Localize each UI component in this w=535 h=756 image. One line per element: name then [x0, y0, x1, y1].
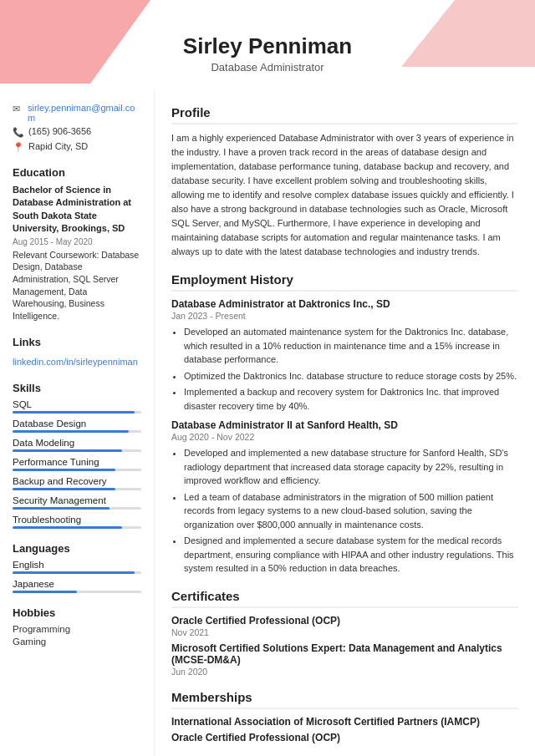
- skill-name: Backup and Recovery: [13, 476, 141, 486]
- phone-value: (165) 906-3656: [28, 126, 91, 136]
- skill-bar-fill: [13, 488, 115, 490]
- links-section: Links linkedin.com/in/sirleypenniman: [13, 336, 141, 368]
- skill-bar-fill: [13, 469, 115, 471]
- education-degree: Bachelor of Science in Database Administ…: [13, 184, 141, 236]
- skill-bar-fill: [13, 507, 110, 510]
- language-bar-fill: [13, 591, 77, 593]
- skill-item: SQL: [13, 399, 141, 414]
- skill-bar-bg: [13, 488, 141, 490]
- contact-email: ✉ sirley.penniman@gmail.com: [13, 103, 141, 123]
- skill-name: Troubleshooting: [13, 515, 141, 525]
- job-bullet: Designed and implemented a secure databa…: [184, 534, 518, 576]
- skill-bar-bg: [13, 430, 141, 433]
- skill-item: Backup and Recovery: [13, 476, 141, 490]
- candidate-name: Sirley Penniman: [17, 33, 518, 59]
- hobbies-list: ProgrammingGaming: [13, 624, 141, 647]
- phone-icon: 📞: [13, 127, 24, 138]
- languages-section: Languages English Japanese: [13, 542, 141, 593]
- skill-bar-fill: [13, 430, 129, 433]
- profile-section: Profile I am a highly experienced Databa…: [171, 105, 518, 259]
- skill-bar-bg: [13, 507, 141, 510]
- links-title: Links: [13, 336, 141, 348]
- cert-name: Oracle Certified Professional (OCP): [171, 615, 518, 627]
- skill-name: Security Management: [13, 495, 141, 505]
- coursework-text: Database Design, Database Administration…: [13, 250, 139, 321]
- language-bar-fill: [13, 571, 135, 574]
- linkedin-link[interactable]: linkedin.com/in/sirleypenniman: [13, 357, 138, 367]
- contact-phone: 📞 (165) 906-3656: [13, 126, 141, 138]
- skill-item: Database Design: [13, 419, 141, 433]
- languages-title: Languages: [13, 542, 141, 555]
- job-entry: Database Administrator II at Sanford Hea…: [171, 419, 518, 576]
- location-icon: 📍: [13, 142, 24, 153]
- header: Sirley Penniman Database Administrator: [0, 0, 535, 90]
- memberships-title: Memberships: [171, 690, 518, 709]
- cert-date: Nov 2021: [171, 627, 518, 637]
- job-bullets: Developed and implemented a new database…: [171, 446, 518, 576]
- job-bullet: Optimized the Daktronics Inc. database s…: [184, 369, 518, 383]
- email-link[interactable]: sirley.penniman@gmail.com: [28, 103, 141, 123]
- skills-section: Skills SQL Database Design Data Modeling…: [13, 382, 141, 529]
- certificates-section: Certificates Oracle Certified Profession…: [171, 589, 518, 677]
- education-section: Education Bachelor of Science in Databas…: [13, 166, 141, 322]
- resume-container: Sirley Penniman Database Administrator ✉…: [0, 0, 535, 756]
- skill-bar-bg: [13, 469, 141, 471]
- memberships-list: International Association of Microsoft C…: [171, 716, 518, 743]
- skill-item: Troubleshooting: [13, 515, 141, 529]
- job-title: Database Administrator II at Sanford Hea…: [171, 419, 518, 431]
- cert-entry: Microsoft Certified Solutions Expert: Da…: [171, 642, 518, 677]
- skill-item: Data Modeling: [13, 438, 141, 452]
- location-value: Rapid City, SD: [28, 141, 88, 151]
- skill-bar-fill: [13, 526, 122, 529]
- skill-item: Security Management: [13, 495, 141, 510]
- education-dates: Aug 2015 - May 2020: [13, 237, 141, 246]
- skill-name: Data Modeling: [13, 438, 141, 448]
- certificates-title: Certificates: [171, 589, 518, 608]
- skill-name: Database Design: [13, 419, 141, 429]
- job-bullet: Implemented a backup and recovery system…: [184, 385, 518, 413]
- job-dates: Jan 2023 - Present: [171, 311, 518, 321]
- main-content: Profile I am a highly experienced Databa…: [155, 90, 535, 756]
- skill-bar-bg: [13, 449, 141, 452]
- skill-bar-fill: [13, 449, 122, 452]
- language-item: Japanese: [13, 579, 141, 593]
- hobby-item: Programming: [13, 624, 141, 634]
- hobbies-section: Hobbies ProgrammingGaming: [13, 606, 141, 647]
- profile-text: I am a highly experienced Database Admin…: [171, 131, 518, 259]
- language-name: Japanese: [13, 579, 141, 589]
- job-dates: Aug 2020 - Nov 2022: [171, 432, 518, 442]
- cert-date: Jun 2020: [171, 667, 518, 677]
- skill-bar-bg: [13, 411, 141, 414]
- hobbies-title: Hobbies: [13, 606, 141, 619]
- job-bullet: Developed an automated maintenance syste…: [184, 325, 518, 367]
- job-bullets: Developed an automated maintenance syste…: [171, 325, 518, 413]
- skill-item: Performance Tuning: [13, 457, 141, 471]
- job-title: Database Administrator at Daktronics Inc…: [171, 298, 518, 310]
- email-icon: ✉: [13, 104, 23, 114]
- language-name: English: [13, 560, 141, 570]
- job-bullet: Developed and implemented a new database…: [184, 446, 518, 488]
- coursework-label: Relevant Coursework:: [13, 250, 99, 260]
- sidebar: ✉ sirley.penniman@gmail.com 📞 (165) 906-…: [0, 90, 155, 756]
- candidate-title: Database Administrator: [17, 61, 518, 74]
- job-entry: Database Administrator at Daktronics Inc…: [171, 298, 518, 413]
- memberships-section: Memberships International Association of…: [171, 690, 518, 743]
- skills-title: Skills: [13, 382, 141, 394]
- language-bar-bg: [13, 571, 141, 574]
- jobs-list: Database Administrator at Daktronics Inc…: [171, 298, 518, 576]
- language-bar-bg: [13, 591, 141, 593]
- languages-list: English Japanese: [13, 560, 141, 593]
- hobby-item: Gaming: [13, 637, 141, 647]
- contact-location: 📍 Rapid City, SD: [13, 141, 141, 153]
- skills-list: SQL Database Design Data Modeling Perfor…: [13, 399, 141, 529]
- education-title: Education: [13, 166, 141, 179]
- skill-bar-bg: [13, 526, 141, 529]
- membership-item: Oracle Certified Professional (OCP): [171, 732, 518, 743]
- skill-bar-fill: [13, 411, 135, 414]
- skill-name: Performance Tuning: [13, 457, 141, 467]
- employment-section: Employment History Database Administrato…: [171, 272, 518, 576]
- contact-section: ✉ sirley.penniman@gmail.com 📞 (165) 906-…: [13, 103, 141, 153]
- cert-name: Microsoft Certified Solutions Expert: Da…: [171, 642, 518, 666]
- skill-name: SQL: [13, 399, 141, 409]
- profile-title: Profile: [171, 105, 518, 124]
